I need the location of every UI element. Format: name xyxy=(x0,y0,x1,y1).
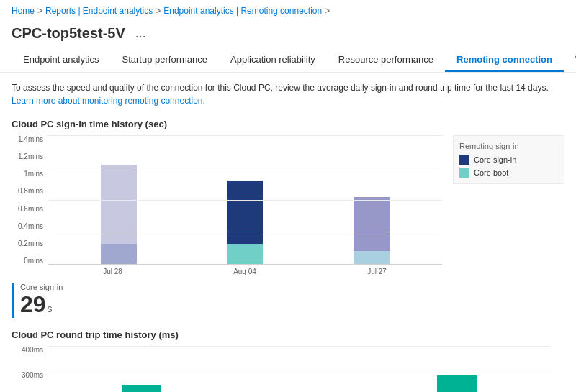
tab-endpoint-analytics[interactable]: Endpoint analytics xyxy=(12,48,111,72)
page-title: CPC-top5test-5V xyxy=(12,25,125,42)
signin-chart-area xyxy=(48,135,442,265)
rtt-chart-area xyxy=(48,346,550,392)
bar-jul28-core-boot xyxy=(101,244,137,264)
tab-resource-performance[interactable]: Resource performance xyxy=(327,48,445,72)
bar-aug04-core-signin xyxy=(227,181,263,244)
breadcrumb-remoting[interactable]: Endpoint analytics | Remoting connection xyxy=(163,6,322,16)
tab-application-reliability[interactable]: Application reliability xyxy=(219,48,327,72)
legend-item-core-boot: Core boot xyxy=(459,168,558,178)
stat-inner: Core sign-in 29 s xyxy=(20,283,63,318)
rtt-bars xyxy=(48,346,550,392)
legend-swatch-core-boot xyxy=(459,168,469,178)
stat-unit: s xyxy=(48,303,53,314)
rtt-chart-container: Cloud PC round trip time history (ms) 40… xyxy=(12,329,564,392)
stat-value: 29 xyxy=(20,291,46,318)
tab-work-from-anywhere[interactable]: Work From Anywhere xyxy=(564,48,576,72)
stat-label: Core sign-in xyxy=(20,283,63,291)
rtt-chart-title: Cloud PC round trip time history (ms) xyxy=(12,329,564,340)
signin-chart-title: Cloud PC sign-in time history (sec) xyxy=(12,119,564,129)
signin-bar-jul28 xyxy=(99,165,138,264)
legend-title: Remoting sign-in xyxy=(459,142,558,150)
core-signin-stat: Core sign-in 29 s xyxy=(12,283,564,318)
rtt-bar-aug04 xyxy=(437,375,477,392)
breadcrumb-home[interactable]: Home xyxy=(12,6,35,16)
signin-bar-aug04 xyxy=(225,181,265,264)
learn-more-link[interactable]: Learn more about monitoring remoting con… xyxy=(12,96,205,106)
bar-jul27-remoting xyxy=(354,197,390,251)
rtt-chart-wrapper: 400ms 300ms 200ms 100ms 0ms xyxy=(12,346,564,392)
breadcrumb: Home > Reports | Endpoint analytics > En… xyxy=(0,0,576,22)
stat-value-row: 29 s xyxy=(20,291,63,318)
breadcrumb-sep-3: > xyxy=(325,6,330,16)
bar-jul27-core-boot xyxy=(354,251,390,264)
rtt-bar-jul27 xyxy=(122,385,161,392)
legend-swatch-core-signin xyxy=(459,155,469,165)
breadcrumb-sep-1: > xyxy=(37,6,42,16)
signin-bar-jul27 xyxy=(352,197,392,264)
breadcrumb-sep-2: > xyxy=(156,6,161,16)
signin-x-axis: Jul 28 Aug 04 Jul 27 xyxy=(48,265,442,275)
signin-y-axis: 1.4mins 1.2mins 1mins 0.8mins 0.6mins 0.… xyxy=(12,135,48,265)
tab-remoting-connection[interactable]: Remoting connection xyxy=(445,48,564,72)
breadcrumb-reports[interactable]: Reports | Endpoint analytics xyxy=(45,6,153,16)
tab-startup-performance[interactable]: Startup performance xyxy=(111,48,220,72)
description-text: To assess the speed and quality of the c… xyxy=(12,81,564,107)
signin-chart-wrapper: 1.4mins 1.2mins 1mins 0.8mins 0.6mins 0.… xyxy=(12,135,564,265)
ellipsis-button[interactable]: ... xyxy=(131,24,150,42)
tabs-bar: Endpoint analytics Startup performance A… xyxy=(0,48,576,73)
signin-legend: Remoting sign-in Core sign-in Core boot xyxy=(453,135,564,184)
signin-chart-container: Cloud PC sign-in time history (sec) 1.4m… xyxy=(12,119,564,275)
legend-item-core-signin: Core sign-in xyxy=(459,155,558,165)
main-content: To assess the speed and quality of the c… xyxy=(0,73,576,392)
rtt-y-axis: 400ms 300ms 200ms 100ms 0ms xyxy=(12,346,48,392)
bar-aug04-core-boot xyxy=(227,244,263,264)
page-header: CPC-top5test-5V ... xyxy=(0,22,576,48)
